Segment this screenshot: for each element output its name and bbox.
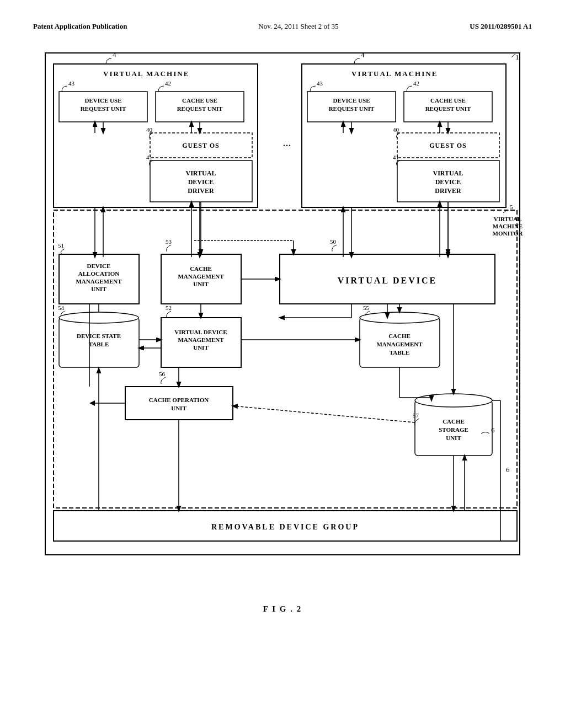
- label-42-left: 42: [165, 80, 171, 87]
- svg-point-35: [59, 312, 138, 323]
- label-54: 54: [58, 304, 65, 311]
- vmm-label-2: MACHINE: [493, 223, 523, 229]
- dst-2: TABLE: [89, 341, 109, 347]
- vmm-label-1: VIRTUAL: [494, 216, 521, 222]
- vdd-left-1: VIRTUAL: [186, 169, 216, 177]
- label-43-left: 43: [68, 80, 75, 87]
- vm-right-title: VIRTUAL MACHINE: [351, 69, 438, 78]
- diagram-svg: 1 4 VIRTUAL MACHINE 43 42 DEVICE USE REQ…: [40, 47, 525, 588]
- damu-4: UNIT: [91, 286, 106, 292]
- label-50: 50: [330, 238, 337, 245]
- svg-rect-2: [54, 64, 258, 207]
- rdg: REMOVABLE DEVICE GROUP: [211, 523, 359, 531]
- csu-3: UNIT: [446, 435, 461, 441]
- cache-use-request-unit-right: CACHE USE: [430, 97, 466, 104]
- label-53: 53: [166, 238, 172, 245]
- vdmu-1: VIRTUAL DEVICE: [174, 329, 227, 335]
- cmu-53-2: MANAGEMENT: [178, 273, 224, 280]
- label-6-bracket: 6: [506, 465, 510, 474]
- csu-2: STORAGE: [439, 426, 468, 433]
- dots-between: ···: [283, 140, 291, 152]
- device-use-request-unit-left: DEVICE USE: [85, 97, 122, 104]
- label-41-right: 41: [393, 154, 399, 160]
- dst-1: DEVICE STATE: [77, 333, 121, 339]
- label-40-right: 40: [393, 126, 399, 133]
- label-52: 52: [166, 304, 172, 311]
- label-40-left: 40: [146, 126, 153, 133]
- vdd-right-1: VIRTUAL: [433, 169, 463, 177]
- vdd-left-3: DRIVER: [188, 187, 214, 195]
- svg-line-53: [233, 406, 415, 422]
- device-use-request-unit-right: DEVICE USE: [333, 97, 370, 104]
- cmt-2: MANAGEMENT: [376, 341, 423, 347]
- label-43-right: 43: [317, 80, 323, 87]
- device-use-request-unit-left2: REQUEST UNIT: [81, 105, 126, 112]
- label-41-left: 41: [146, 154, 152, 160]
- device-use-request-unit-right2: REQUEST UNIT: [329, 105, 375, 112]
- cache-use-request-unit-right2: REQUEST UNIT: [425, 105, 471, 112]
- csu-1: CACHE: [443, 418, 465, 425]
- label-56: 56: [159, 371, 166, 377]
- label-57: 57: [413, 412, 419, 419]
- label-51: 51: [58, 242, 64, 249]
- svg-rect-45: [125, 387, 233, 420]
- guest-os-right: GUEST OS: [429, 142, 466, 149]
- cmu-53-3: UNIT: [193, 281, 209, 287]
- cou-1: CACHE OPERATION: [149, 397, 209, 403]
- page: Patent Application Publication Nov. 24, …: [0, 0, 565, 728]
- vmm-label-3: MONITOR: [493, 230, 524, 237]
- header-center: Nov. 24, 2011 Sheet 2 of 35: [258, 22, 338, 31]
- label-5: 5: [510, 204, 513, 210]
- vm-left-label-4: 4: [113, 51, 116, 59]
- cache-use-request-unit-left: CACHE USE: [182, 97, 217, 104]
- cmt-1: CACHE: [388, 333, 411, 339]
- page-header: Patent Application Publication Nov. 24, …: [33, 22, 532, 31]
- label-55: 55: [363, 304, 370, 311]
- cmt-3: TABLE: [390, 349, 409, 356]
- damu-2: ALLOCATION: [78, 270, 119, 277]
- header-right: US 2011/0289501 A1: [470, 22, 532, 31]
- vdmu-2: MANAGEMENT: [178, 336, 224, 343]
- cou-2: UNIT: [171, 405, 186, 411]
- label-42-right: 42: [413, 80, 419, 87]
- vdmu-3: UNIT: [193, 344, 209, 351]
- guest-os-left: GUEST OS: [182, 142, 219, 149]
- cache-use-request-unit-left2: REQUEST UNIT: [177, 105, 223, 112]
- vm-left-title: VIRTUAL MACHINE: [103, 69, 189, 78]
- svg-point-49: [415, 394, 492, 407]
- damu-1: DEVICE: [87, 263, 111, 269]
- vdd-right-3: DRIVER: [435, 187, 461, 195]
- cmu-53-1: CACHE: [190, 265, 212, 272]
- svg-point-40: [360, 312, 439, 323]
- arrow-left-cou: [89, 400, 95, 406]
- label-6: 6: [491, 426, 495, 434]
- vdd-left-2: DEVICE: [188, 178, 214, 186]
- virtual-device: VIRTUAL DEVICE: [338, 276, 438, 285]
- header-left: Patent Application Publication: [33, 22, 127, 31]
- svg-rect-11: [302, 64, 506, 207]
- figure-caption: F I G . 2: [33, 604, 532, 614]
- damu-3: MANAGEMENT: [76, 278, 122, 285]
- vdd-right-2: DEVICE: [435, 178, 461, 186]
- label-1: 1: [515, 53, 519, 61]
- vm-right-label-4: 4: [361, 51, 365, 59]
- svg-line-1: [511, 54, 515, 57]
